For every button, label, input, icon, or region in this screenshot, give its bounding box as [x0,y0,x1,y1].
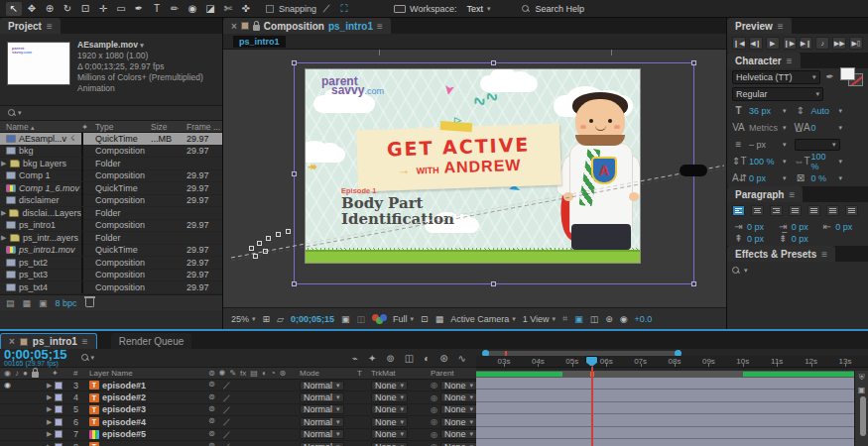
graph-editor-icon[interactable]: ∿ [458,353,466,364]
audio-toggle-button[interactable]: ♪ [815,37,829,50]
baseline-shift-value[interactable]: 0 px [749,173,779,183]
label-cell[interactable] [81,183,95,193]
layer-name-column[interactable]: Layer Name [89,369,208,378]
font-size-value[interactable]: 36 px [749,106,779,116]
mode-column[interactable]: Mode [300,369,357,378]
align-left-button[interactable] [732,205,745,216]
project-column-headers[interactable]: Name ▴ ✦ Type Size Frame ... [0,120,222,133]
layer-color-swatch[interactable] [55,443,62,446]
vertical-scale-value[interactable]: 100 % [749,157,779,167]
tab-render-queue[interactable]: Render Queue [111,333,192,349]
col-label-icon[interactable]: ✦ [81,122,95,132]
selection-handle[interactable] [292,60,297,65]
clone-stamp-tool-icon[interactable]: ◉ [185,2,200,16]
label-swatch[interactable] [81,158,83,169]
label-cell[interactable] [81,195,95,205]
timeline-layer-row[interactable]: ▶8T⊚／Normal▾None▾◎None▾ [0,441,476,446]
workspace-dropdown-icon[interactable]: ▾ [487,5,491,13]
indent-first-value[interactable]: 0 px [792,222,808,232]
reset-exposure-icon[interactable]: ◉ [620,314,628,324]
project-item-row[interactable]: ps_txt3Composition29.97 [0,270,222,282]
project-item-row[interactable]: ps_txt4Composition29.97 [0,281,222,294]
keyframe-box[interactable] [253,254,258,259]
selection-tool-icon[interactable]: ↖ [6,2,22,16]
play-button[interactable]: ▶ [766,37,780,50]
view-layout-select[interactable]: 1 View▾ [523,314,556,324]
pickwhip-icon[interactable]: ◎ [431,405,437,414]
brainstorm-icon[interactable]: ⊛ [439,353,447,364]
justify-all-button[interactable] [845,205,858,216]
switch-icon[interactable]: ／ [223,404,231,415]
work-area-bar[interactable] [476,371,854,378]
twirl-icon[interactable]: ▶ [47,382,53,390]
tab-character[interactable]: Character≡ [727,53,801,68]
layer-label-cell[interactable]: ▶ [52,393,73,401]
label-swatch[interactable] [81,269,83,280]
mode-select[interactable]: Normal▾ [300,404,344,414]
layer-label-cell[interactable]: ▶ [52,418,73,426]
leading-value[interactable]: Auto [811,106,835,116]
snapping-checkbox[interactable] [266,5,274,13]
comp-marker-icon[interactable]: ⛨ [859,373,865,383]
twirl-icon[interactable]: ▶ [1,209,6,217]
layer-color-swatch[interactable] [55,418,62,426]
motion-path-handle[interactable] [680,165,707,176]
layer-name[interactable]: episode#3 [102,404,208,414]
indent-left-value[interactable]: 0 px [747,222,764,232]
footage-dropdown-icon[interactable]: ▾ [140,42,144,49]
switch-icon[interactable]: ⊚ [208,441,215,446]
close-icon[interactable]: × [9,336,15,347]
selection-handle[interactable] [292,281,297,286]
layer-switches[interactable]: ⊚／ [208,429,300,440]
zoom-tool-icon[interactable]: ⊕ [42,2,58,16]
panel-menu-icon[interactable]: ≡ [377,21,383,32]
trkmat-select[interactable]: None▾ [371,392,408,402]
hide-shy-layers-icon[interactable]: ⊚ [386,353,394,364]
trkmat-column[interactable]: TrkMat [371,369,431,378]
pixel-aspect-icon[interactable]: ⌗ [562,313,567,324]
col-name[interactable]: Name [6,122,29,132]
new-composition-icon[interactable]: ▣ [39,298,48,308]
label-cell[interactable] [81,170,95,180]
selection-handle[interactable] [292,171,297,176]
twirl-icon[interactable]: ▶ [47,443,53,446]
snapshot-icon[interactable]: ▣ [341,314,350,324]
fast-previews-icon[interactable]: ▣ [574,314,583,324]
exposure-value[interactable]: +0.0 [635,314,653,324]
switch-icon[interactable]: ⊚ [208,392,215,403]
timeline-layer-row[interactable]: ▶6Tepisode#4⊚／Normal▾None▾◎None▾ [0,416,476,428]
label-cell[interactable] [81,233,95,243]
eye-icon[interactable]: ◉ [4,381,11,390]
fill-stroke-swatches[interactable] [840,67,863,87]
fit-frame-icon[interactable]: ⛶ [336,2,352,16]
rectangle-tool-icon[interactable]: ▭ [113,2,129,16]
project-item-row[interactable]: ps_intro1Composition29.97 [0,220,222,233]
label-swatch[interactable] [81,169,83,181]
layer-switches[interactable]: ⊚／ [208,441,300,446]
space-before-value[interactable]: 0 px [747,234,764,244]
mode-select[interactable]: Normal▾ [300,417,344,427]
mode-select[interactable]: Normal▾ [300,442,344,446]
parent-select[interactable]: None▾ [440,442,477,446]
last-frame-button[interactable]: ▶❙ [800,37,813,50]
layer-name[interactable]: episode#5 [102,429,208,439]
justify-last-left-button[interactable] [789,205,802,216]
font-style-select[interactable]: Regular▾ [732,87,823,101]
timeline-layer-row[interactable]: ◉▶3Tepisode#1⊚／Normal▾None▾◎None▾ [0,380,476,391]
search-help[interactable]: Search Help [522,4,584,14]
hand-tool-icon[interactable]: ✥ [24,2,40,16]
selection-handle[interactable] [691,281,696,286]
current-time-display[interactable]: 0;00;05;15 [291,314,334,324]
frame-blending-icon[interactable]: ◫ [405,353,414,364]
layer-color-swatch[interactable] [55,405,62,413]
col-size[interactable]: Size [151,122,186,132]
parent-select[interactable]: None▾ [440,404,477,414]
eraser-tool-icon[interactable]: ◪ [202,2,218,16]
mode-select[interactable]: Normal▾ [300,429,344,439]
loop-button[interactable]: ▶▯ [849,37,863,50]
tsume-value[interactable]: 0 % [811,173,835,183]
composition-mini-flowchart-icon[interactable]: ⌁ [352,353,358,364]
timeline-track-area[interactable]: 03s04s05s06s07s08s09s10s11s12s13s ⛨ ▣ [476,349,868,446]
label-cell[interactable] [81,245,95,255]
keyframe-box[interactable] [249,246,254,251]
